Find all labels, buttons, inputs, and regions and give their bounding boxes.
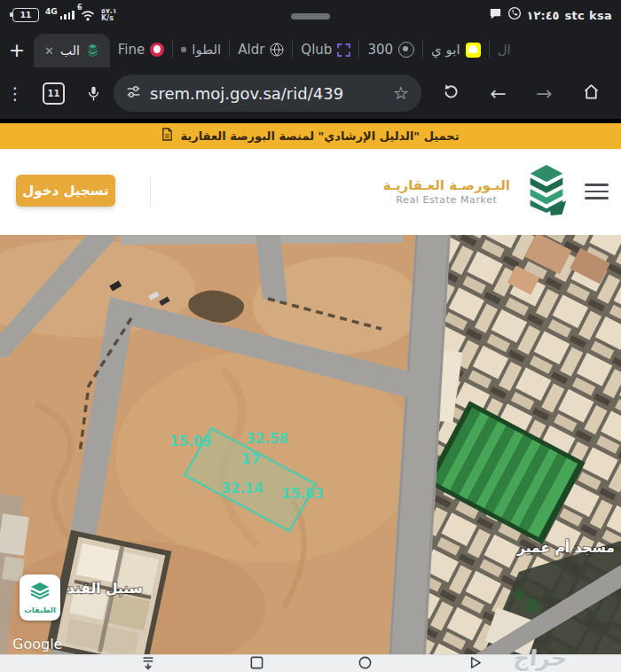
tab-aldr[interactable]: Aldr	[230, 32, 292, 67]
tab-fine-favicon-icon	[150, 43, 164, 57]
tab-partial[interactable]: ال	[490, 32, 519, 67]
status-left-cluster: 11 4G 6 ٥٧.١ K/s	[12, 0, 117, 30]
mosque-label: مسجد أم عمير	[516, 539, 615, 556]
back-arrow-icon[interactable]: ←	[490, 82, 506, 105]
parcel-side-top: 32.58	[246, 431, 287, 447]
battery-percent: 11	[20, 11, 32, 20]
back-nav-icon[interactable]	[468, 655, 483, 672]
phone-screen: 11 4G 6 ٥٧.١ K/s	[0, 0, 621, 672]
parcel-side-left: 15.03	[169, 434, 211, 449]
satellite-map[interactable]: 15.03 32.58 17 32.14 15.03 مسجد أم عمير …	[0, 235, 621, 654]
layers-label: الطبقات	[24, 606, 56, 614]
site-settings-icon[interactable]	[126, 84, 141, 103]
tab-altawa[interactable]: الطوا	[173, 32, 229, 67]
layers-icon	[29, 582, 51, 603]
recents-icon[interactable]	[249, 655, 264, 672]
tab-300[interactable]: 300	[359, 32, 422, 67]
brand-text: البـورصـة العـقاريـة Real Estate Market	[383, 177, 510, 207]
battery-icon: 11	[12, 8, 39, 22]
map-attribution: Google	[12, 636, 62, 652]
menu-hamburger-icon[interactable]	[583, 180, 610, 203]
snapchat-favicon-icon	[466, 43, 481, 58]
divider	[150, 176, 151, 207]
hotel-label: سنبل الفند	[67, 581, 143, 597]
home-nav-icon[interactable]	[358, 655, 373, 672]
carrier-label: stc ksa	[565, 9, 612, 22]
whatsapp-notification-icon	[507, 6, 522, 24]
reload-icon[interactable]	[442, 82, 460, 105]
status-bar: 11 4G 6 ٥٧.١ K/s	[0, 0, 621, 30]
toolbar-actions: ← →	[421, 82, 621, 105]
tab-qlub[interactable]: Qlub	[293, 32, 358, 67]
wifi-icon: 6	[81, 10, 95, 21]
maps-favicon-icon	[398, 42, 414, 58]
camera-notch	[291, 13, 330, 20]
bookmark-star-icon[interactable]: ☆	[393, 82, 409, 104]
network-speed-indicator: ٥٧.١ K/s	[101, 8, 117, 22]
address-bar[interactable]: srem.moj.gov.sa/rid/439 ☆	[114, 74, 421, 112]
srem-favicon	[86, 43, 99, 58]
close-tab-icon[interactable]: ✕	[44, 44, 54, 58]
banner-text[interactable]: تحميل "الدليل الإرشادي" لمنصة البورصة ال…	[180, 129, 459, 143]
tab-active-label: الب	[60, 43, 80, 58]
android-nav-bar	[0, 654, 621, 672]
parcel-side-bottom: 32.14	[221, 481, 263, 496]
map-layers-button[interactable]: الطبقات	[20, 574, 60, 621]
tab-abu[interactable]: ابو ي	[423, 32, 489, 67]
network-type-label: 4G	[45, 7, 58, 16]
tab-fine[interactable]: Fine	[110, 32, 172, 67]
brand-name-english: Real Estate Market	[396, 194, 497, 207]
site-header: تسجيل دخول البـورصـة العـقاريـة Real Est…	[0, 149, 621, 235]
clock: ١٢:٤٥	[527, 9, 560, 22]
message-notification-icon	[489, 7, 502, 24]
tab-switcher-button[interactable]: 11	[43, 82, 65, 105]
download-guide-banner[interactable]: تحميل "الدليل الإرشادي" لمنصة البورصة ال…	[0, 123, 621, 149]
tab-active[interactable]: ✕ الب	[34, 34, 110, 67]
voice-search-icon[interactable]	[86, 83, 101, 104]
globe-favicon-icon	[270, 43, 284, 57]
parcel-number: 17	[241, 450, 261, 467]
browser-toolbar: ⋮ 11 srem.moj.gov.sa/rid/439 ☆	[0, 67, 621, 119]
home-icon[interactable]	[582, 82, 601, 105]
pdf-document-icon	[161, 128, 173, 145]
browser-menu-icon[interactable]: ⋮	[0, 83, 30, 103]
cell-signal-icon: 4G	[45, 11, 75, 20]
status-right-cluster: ١٢:٤٥ stc ksa	[489, 0, 612, 30]
hide-nav-icon[interactable]	[140, 655, 156, 672]
wifi-standard-badge: 6	[77, 4, 83, 12]
qlub-brackets-favicon-icon	[337, 43, 350, 57]
tab-altawa-favicon-icon	[181, 47, 186, 52]
parcel-side-right: 15.03	[281, 486, 323, 502]
new-tab-button[interactable]: +	[0, 32, 34, 67]
brand-logo-icon	[522, 163, 571, 220]
login-button[interactable]: تسجيل دخول	[16, 175, 115, 207]
brand-name-arabic: البـورصـة العـقاريـة	[383, 177, 510, 194]
forward-arrow-icon[interactable]: →	[536, 82, 552, 105]
browser-tab-strip: + ✕ الب Fine الطوا Aldr	[0, 30, 621, 67]
brand-block: البـورصـة العـقاريـة Real Estate Market	[383, 160, 610, 223]
url-text[interactable]: srem.moj.gov.sa/rid/439	[150, 84, 384, 103]
